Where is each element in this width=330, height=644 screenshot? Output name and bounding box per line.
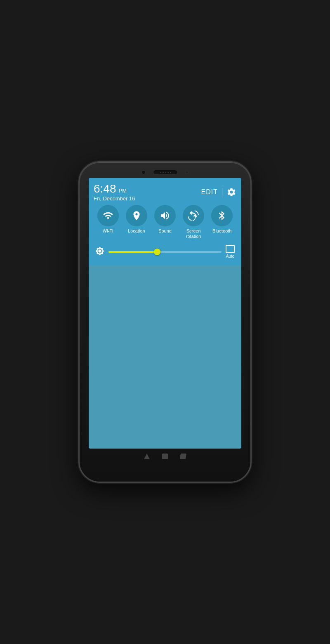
toggle-bluetooth[interactable]: Bluetooth: [211, 205, 233, 234]
status-right: EDIT: [201, 187, 236, 197]
camera-dot: [141, 170, 146, 174]
phone-bottom-bar: [84, 452, 246, 461]
phone-screen: 6:48 PM Fri, December 16 EDIT: [89, 178, 241, 449]
quick-toggles: Wi-Fi Location Sound: [94, 205, 236, 239]
wifi-label: Wi-Fi: [103, 228, 113, 234]
status-bar: 6:48 PM Fri, December 16 EDIT: [94, 182, 236, 202]
phone-top-hardware: [84, 170, 246, 175]
status-date: Fri, December 16: [94, 195, 135, 202]
notification-panel: 6:48 PM Fri, December 16 EDIT: [89, 178, 241, 265]
location-label: Location: [128, 228, 145, 234]
bluetooth-label: Bluetooth: [212, 228, 231, 234]
recents-button[interactable]: [180, 454, 186, 459]
toggle-sound[interactable]: Sound: [154, 205, 176, 234]
toggle-location[interactable]: Location: [126, 205, 147, 234]
brightness-slider[interactable]: [108, 251, 222, 253]
sensor-dot: [185, 171, 189, 174]
settings-icon[interactable]: [226, 187, 236, 197]
speaker-grill: [153, 170, 178, 175]
status-time: 6:48 PM: [94, 182, 127, 195]
toggle-screen-rotation[interactable]: Screenrotation: [183, 205, 204, 239]
phone-device: 6:48 PM Fri, December 16 EDIT: [78, 161, 252, 483]
back-button[interactable]: [144, 454, 150, 459]
edit-button[interactable]: EDIT: [201, 188, 218, 196]
auto-brightness-button[interactable]: Auto: [226, 245, 235, 259]
home-button[interactable]: [162, 454, 168, 459]
screen-rotation-label: Screenrotation: [186, 228, 201, 239]
toggle-wifi[interactable]: Wi-Fi: [97, 205, 119, 234]
sound-label: Sound: [158, 228, 172, 234]
brightness-row: Auto: [94, 243, 236, 261]
status-left: 6:48 PM Fri, December 16: [94, 182, 135, 202]
brightness-icon: [95, 247, 104, 257]
divider: [222, 188, 222, 197]
